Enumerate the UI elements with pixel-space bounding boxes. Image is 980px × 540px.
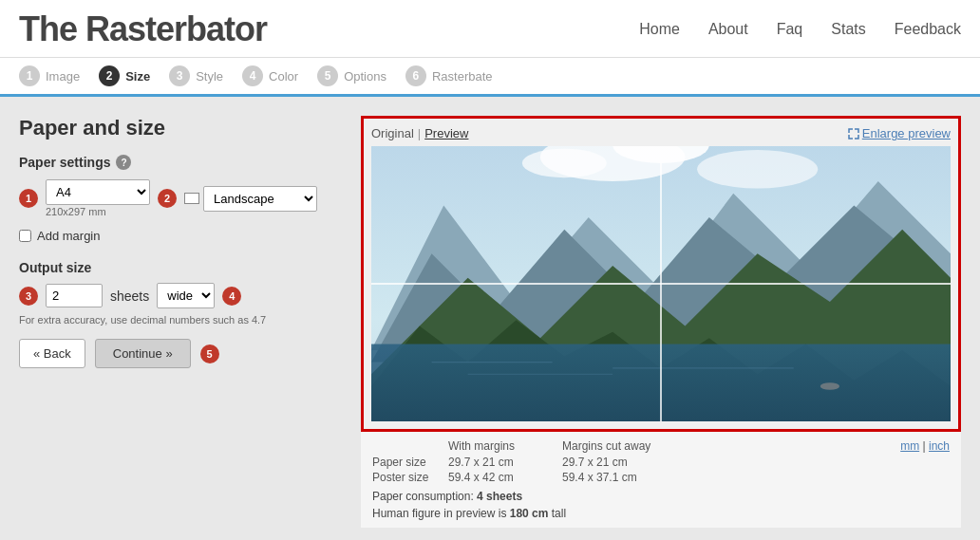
steps-bar: 1 Image 2 Size 3 Style 4 Color 5 Options…	[0, 58, 980, 97]
tab-preview[interactable]: Preview	[424, 126, 468, 140]
step-style-num: 3	[169, 65, 190, 86]
step-badge-4: 4	[222, 287, 241, 306]
paper-size-val2: 29.7 x 21 cm	[562, 456, 695, 469]
enlarge-icon	[848, 128, 859, 140]
poster-size-val1: 59.4 x 42 cm	[448, 471, 562, 484]
tab-original[interactable]: Original	[371, 126, 414, 140]
step-options[interactable]: 5 Options	[317, 65, 386, 86]
preview-image	[371, 146, 951, 421]
preview-info: With margins Margins cut away mm | inch …	[361, 432, 961, 528]
back-button[interactable]: « Back	[19, 339, 85, 368]
paper-size-sub: 210x297 mm	[46, 206, 150, 217]
step-options-label: Options	[344, 69, 386, 84]
svg-point-3	[522, 149, 607, 178]
step-badge-2: 2	[158, 189, 177, 208]
header: The Rasterbator Home About Faq Stats Fee…	[0, 0, 980, 58]
step-color-num: 4	[242, 65, 263, 86]
svg-point-13	[820, 382, 839, 390]
paper-settings-row: 1 A4 A3 Letter A2 210x297 mm 2 Landscape…	[19, 179, 342, 217]
nav-stats[interactable]: Stats	[831, 21, 865, 38]
step-badge-1: 1	[19, 189, 38, 208]
sheets-input[interactable]	[46, 284, 103, 307]
page-icon	[184, 193, 199, 204]
step-size-label: Size	[125, 69, 150, 84]
step-image[interactable]: 1 Image	[19, 65, 80, 86]
step-image-label: Image	[46, 69, 80, 84]
sheets-label: sheets	[110, 289, 149, 304]
paper-size-select[interactable]: A4 A3 Letter A2	[46, 179, 150, 205]
paper-consumption: Paper consumption: 4 sheets	[372, 490, 950, 503]
nav-faq[interactable]: Faq	[777, 21, 803, 38]
left-panel: Paper and size Paper settings ? 1 A4 A3 …	[19, 116, 342, 528]
step-color[interactable]: 4 Color	[242, 65, 298, 86]
preview-tabs: Original | Preview	[371, 126, 468, 140]
step-style-label: Style	[196, 69, 223, 84]
step-image-num: 1	[19, 65, 40, 86]
accuracy-hint: For extra accuracy, use decimal numbers …	[19, 314, 342, 326]
output-size-title: Output size	[19, 260, 342, 275]
landscape-svg	[371, 146, 951, 421]
unit-mm[interactable]: mm	[900, 439, 919, 453]
step-badge-3: 3	[19, 287, 38, 306]
nav-about[interactable]: About	[708, 21, 748, 38]
orientation-select[interactable]: Landscape Portrait	[203, 186, 317, 212]
col-with-margins: With margins	[448, 439, 562, 453]
nav-home[interactable]: Home	[639, 21, 680, 38]
preview-container: Original | Preview Enlarge preview	[361, 116, 961, 432]
poster-size-label: Poster size	[372, 471, 448, 484]
svg-point-4	[697, 150, 818, 189]
add-margin-label[interactable]: Add margin	[37, 229, 100, 243]
add-margin-checkbox[interactable]	[19, 230, 31, 242]
right-panel: Original | Preview Enlarge preview	[361, 116, 961, 528]
step-size-num: 2	[99, 65, 120, 86]
step-options-num: 5	[317, 65, 338, 86]
unit-inch[interactable]: inch	[929, 439, 950, 453]
step-color-label: Color	[269, 69, 298, 84]
preview-header: Original | Preview Enlarge preview	[371, 126, 951, 140]
buttons-row: « Back Continue » 5	[19, 339, 342, 368]
output-size-section: Output size 3 sheets wide tall 4 For ext…	[19, 260, 342, 326]
step-badge-5: 5	[200, 344, 219, 363]
orientation-wrapper: Landscape Portrait	[184, 186, 317, 212]
step-rasterbate-label: Rasterbate	[432, 69, 493, 84]
step-rasterbate[interactable]: 6 Rasterbate	[405, 65, 493, 86]
paper-settings-label: Paper settings ?	[19, 155, 342, 170]
paper-size-val1: 29.7 x 21 cm	[448, 456, 562, 469]
figure-info: Human figure in preview is 180 cm tall	[372, 507, 950, 520]
enlarge-preview-link[interactable]: Enlarge preview	[848, 126, 951, 140]
continue-button[interactable]: Continue »	[95, 339, 191, 368]
add-margin-row: Add margin	[19, 229, 342, 243]
help-badge[interactable]: ?	[116, 155, 131, 170]
logo: The Rasterbator	[19, 9, 267, 49]
output-size-row: 3 sheets wide tall 4	[19, 283, 342, 308]
main-content: Paper and size Paper settings ? 1 A4 A3 …	[0, 97, 980, 540]
paper-size-label: Paper size	[372, 456, 448, 469]
col-margins-cut: Margins cut away	[562, 439, 695, 453]
section-title: Paper and size	[19, 116, 342, 140]
poster-size-val2: 59.4 x 37.1 cm	[562, 471, 695, 484]
step-size[interactable]: 2 Size	[99, 65, 150, 86]
step-style[interactable]: 3 Style	[169, 65, 223, 86]
step-rasterbate-num: 6	[405, 65, 426, 86]
main-nav: Home About Faq Stats Feedback	[639, 21, 961, 38]
nav-feedback[interactable]: Feedback	[895, 21, 961, 38]
direction-select[interactable]: wide tall	[157, 283, 215, 308]
